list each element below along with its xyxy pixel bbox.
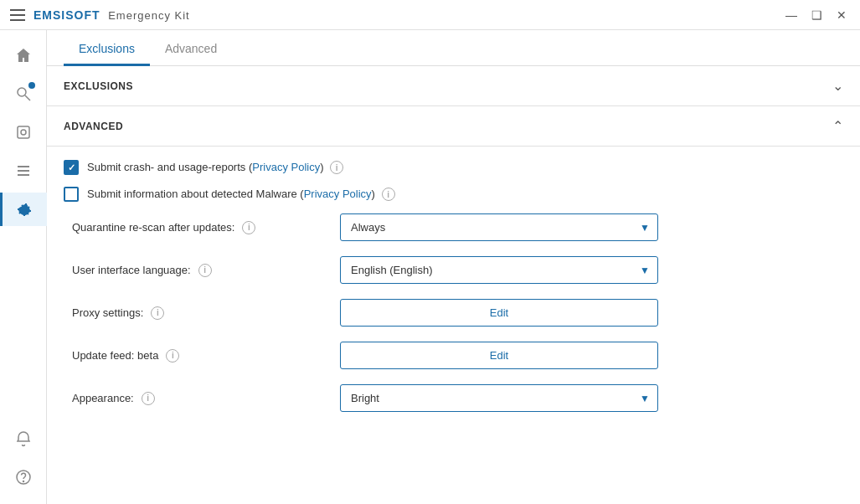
form-row-quarantine: Quarantine re-scan after updates: i Alwa… <box>64 213 843 241</box>
svg-rect-1 <box>10 14 25 16</box>
title-bar-left: EMSISOFT Emergency Kit <box>10 8 190 22</box>
info-icon-update-feed[interactable]: i <box>166 349 179 363</box>
control-proxy: Edit <box>340 299 658 327</box>
control-appearance: Bright Dark ▼ <box>340 384 658 412</box>
sidebar-item-scan[interactable] <box>7 77 40 111</box>
update-feed-edit-button[interactable]: Edit <box>340 342 658 369</box>
tab-advanced[interactable]: Advanced <box>150 30 232 66</box>
svg-point-3 <box>18 88 26 96</box>
form-row-proxy: Proxy settings: i Edit <box>64 299 843 327</box>
control-quarantine: Always Never Ask ▼ <box>340 213 658 241</box>
privacy-policy-link-2[interactable]: Privacy Policy <box>304 188 372 200</box>
info-icon-language[interactable]: i <box>198 264 212 277</box>
window-controls: — ❑ ✕ <box>783 7 850 23</box>
app-logo: EMSISOFT Emergency Kit <box>33 8 190 22</box>
dropdown-wrapper-language: English (English) Deutsch (German) Franç… <box>340 256 658 284</box>
checkbox-malware-info[interactable] <box>64 187 79 202</box>
sidebar <box>0 30 47 504</box>
label-language-text: User interface language: <box>72 264 191 276</box>
main-layout: Exclusions Advanced EXCLUSIONS ⌄ ADVANCE… <box>0 30 860 504</box>
info-icon-quarantine[interactable]: i <box>242 221 255 234</box>
dropdown-quarantine[interactable]: Always Never Ask <box>340 213 658 241</box>
info-icon-crash-reports[interactable]: i <box>330 161 343 174</box>
checkbox-row-crash-reports: Submit crash- and usage-reports (Privacy… <box>64 160 843 175</box>
svg-rect-0 <box>10 9 25 11</box>
checkbox-crash-reports[interactable] <box>64 160 79 175</box>
info-icon-proxy[interactable]: i <box>151 306 164 320</box>
svg-point-11 <box>23 481 23 482</box>
tab-exclusions[interactable]: Exclusions <box>64 30 150 66</box>
svg-line-4 <box>25 95 30 100</box>
svg-point-6 <box>21 130 26 135</box>
svg-rect-2 <box>10 19 25 21</box>
logo-text: EMSISOFT <box>33 8 100 22</box>
label-proxy-text: Proxy settings: <box>72 306 143 319</box>
advanced-section-content: Submit crash- and usage-reports (Privacy… <box>47 147 860 440</box>
form-row-language: User interface language: i English (Engl… <box>64 256 843 284</box>
label-update-feed-text: Update feed: beta <box>72 349 158 362</box>
label-proxy: Proxy settings: i <box>72 306 340 320</box>
content-area: Exclusions Advanced EXCLUSIONS ⌄ ADVANCE… <box>47 30 860 504</box>
svg-rect-7 <box>18 166 29 167</box>
label-update-feed: Update feed: beta i <box>72 349 340 363</box>
info-icon-malware[interactable]: i <box>382 188 395 201</box>
sidebar-item-home[interactable] <box>7 39 40 72</box>
exclusions-toggle-icon[interactable]: ⌄ <box>832 78 843 94</box>
checkbox-crash-reports-label: Submit crash- and usage-reports (Privacy… <box>87 161 343 175</box>
dropdown-language[interactable]: English (English) Deutsch (German) Franç… <box>340 256 658 284</box>
checkbox-row-malware-info: Submit information about detected Malwar… <box>64 187 843 202</box>
dropdown-wrapper-appearance: Bright Dark ▼ <box>340 384 658 412</box>
svg-rect-8 <box>18 170 29 172</box>
notification-dot <box>28 82 35 89</box>
close-button[interactable]: ✕ <box>833 7 850 23</box>
label-language: User interface language: i <box>72 264 340 277</box>
control-update-feed: Edit <box>340 342 658 369</box>
label-quarantine-text: Quarantine re-scan after updates: <box>72 221 234 234</box>
label-appearance-text: Appearance: <box>72 392 134 404</box>
form-row-appearance: Appearance: i Bright Dark ▼ <box>64 384 843 412</box>
dropdown-wrapper-quarantine: Always Never Ask ▼ <box>340 213 658 241</box>
checkbox-malware-info-label: Submit information about detected Malwar… <box>87 188 395 202</box>
dropdown-appearance[interactable]: Bright Dark <box>340 384 658 412</box>
control-language: English (English) Deutsch (German) Franç… <box>340 256 658 284</box>
exclusions-section-header[interactable]: EXCLUSIONS ⌄ <box>47 66 860 106</box>
maximize-button[interactable]: ❑ <box>808 7 825 23</box>
sidebar-item-quarantine[interactable] <box>7 116 40 149</box>
label-appearance: Appearance: i <box>72 392 340 405</box>
advanced-title: ADVANCED <box>64 121 123 132</box>
advanced-toggle-icon[interactable]: ⌃ <box>832 118 843 134</box>
sidebar-item-logs[interactable] <box>7 154 40 188</box>
title-bar: EMSISOFT Emergency Kit — ❑ ✕ <box>0 0 860 30</box>
form-row-update-feed: Update feed: beta i Edit <box>64 342 843 369</box>
tabs-bar: Exclusions Advanced <box>47 30 860 66</box>
scroll-content[interactable]: EXCLUSIONS ⌄ ADVANCED ⌃ Submit crash- an… <box>47 66 860 504</box>
sidebar-item-help[interactable] <box>7 460 40 494</box>
sidebar-item-settings[interactable] <box>0 193 47 226</box>
svg-rect-9 <box>18 174 29 176</box>
proxy-edit-button[interactable]: Edit <box>340 299 658 327</box>
sidebar-item-notifications[interactable] <box>7 422 40 455</box>
minimize-button[interactable]: — <box>783 7 800 23</box>
svg-rect-5 <box>18 126 29 138</box>
privacy-policy-link-1[interactable]: Privacy Policy <box>252 161 320 173</box>
hamburger-button[interactable] <box>10 9 25 21</box>
sidebar-bottom <box>7 422 40 504</box>
advanced-section-header[interactable]: ADVANCED ⌃ <box>47 106 860 147</box>
label-quarantine: Quarantine re-scan after updates: i <box>72 221 340 234</box>
app-name: Emergency Kit <box>108 9 190 22</box>
exclusions-title: EXCLUSIONS <box>64 80 133 92</box>
info-icon-appearance[interactable]: i <box>142 392 155 405</box>
